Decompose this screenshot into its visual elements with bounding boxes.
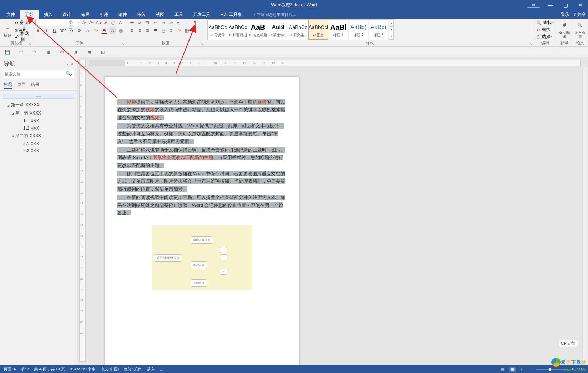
increase-font-icon[interactable]: A▴	[81, 19, 88, 26]
tab-layout[interactable]: 布局	[76, 10, 95, 19]
decrease-font-icon[interactable]: A▾	[88, 19, 95, 26]
embedded-diagram[interactable]: 通用会议纪要模板 会议基本信息 参议议题 其他事项 — — —	[152, 225, 252, 290]
bold-button[interactable]: B	[35, 27, 41, 34]
tab-pdf[interactable]: PDF工具集	[215, 10, 247, 19]
nav-search-input[interactable]	[3, 70, 74, 78]
status-page[interactable]: 页面: 4	[4, 367, 16, 372]
minimize-button[interactable]: —	[543, 0, 558, 10]
paste-button[interactable]: 📋 粘贴	[2, 19, 13, 40]
tree-item[interactable]: 2.1 XXX	[1, 140, 75, 147]
status-lang[interactable]: 中文(中国)	[101, 367, 119, 372]
asian-layout-icon[interactable]: ✕▾	[168, 19, 174, 26]
highlight-icon[interactable]: ✎▾	[93, 27, 99, 34]
tab-view[interactable]: 视图	[151, 10, 169, 19]
status-section[interactable]: 节: 3	[21, 367, 29, 372]
nav-tab-pages[interactable]: 页面	[17, 81, 26, 89]
login-link[interactable]: 登录	[561, 11, 569, 18]
nav-close-icon[interactable]: ✕	[70, 62, 73, 66]
sort-desc-icon[interactable]: ↓	[184, 19, 190, 26]
sort-asc-icon[interactable]: A↓	[176, 19, 182, 26]
shading-icon[interactable]: ◇▾	[176, 27, 182, 34]
clear-format-icon[interactable]: A̷	[103, 19, 109, 26]
numbering-icon[interactable]: ≡▾	[136, 19, 143, 26]
tab-review[interactable]: 审阅	[132, 10, 151, 19]
vertical-ruler[interactable]: 1234567891011121314151617181920212223242…	[79, 69, 86, 362]
paragraph-2[interactable]: 为使您的文档具有专业外观，Word 提供了页眉、页脚、封面和文本框设计，这些设计…	[117, 122, 287, 145]
qat-icon-4[interactable]: ▤	[85, 48, 93, 56]
strike-button[interactable]: abc	[60, 27, 66, 34]
nav-tab-results[interactable]: 结果	[31, 81, 39, 89]
justify-icon[interactable]: ≣	[152, 27, 159, 34]
styles-dialog-launcher[interactable]: ⤡	[529, 42, 532, 46]
enclose-char-icon[interactable]: ㊕	[118, 27, 124, 34]
zoom-out-icon[interactable]: −	[529, 367, 532, 371]
superscript-button[interactable]: x²	[77, 27, 83, 34]
style-item[interactable]: AaBbCc↵ 封面日期	[228, 20, 248, 40]
line-spacing-icon[interactable]: ‡▾	[168, 27, 174, 34]
horizontal-ruler[interactable]: 3211234567891011121314151617	[89, 60, 581, 66]
qat-icon-2[interactable]: ▭	[58, 48, 65, 56]
tree-item[interactable]: ◢第一节 XXXX	[1, 109, 75, 117]
status-page-of[interactable]: 第 4 页，共 13 页	[34, 367, 65, 372]
font-color-icon[interactable]: A▾	[101, 27, 107, 34]
paragraph-1[interactable]: 视频提供了功能强大的方法帮助您证明您的观点。当您单击联机视频时，可以在想要添加的…	[117, 98, 287, 121]
qat-icon-1[interactable]: ▥	[45, 48, 52, 56]
phonetic-icon[interactable]: ㊥	[110, 19, 116, 26]
qat-icon-3[interactable]: ⊞	[72, 48, 79, 56]
tab-mailings[interactable]: 邮件	[113, 10, 132, 19]
replace-button[interactable]: ↔替换	[536, 27, 554, 33]
zoom-slider[interactable]	[536, 369, 568, 370]
style-item[interactable]: AaBl标题 1	[328, 20, 349, 40]
nav-dropdown-icon[interactable]: ▾	[66, 62, 68, 66]
style-scroll-more[interactable]: ⊻	[389, 33, 394, 40]
italic-button[interactable]: I	[43, 27, 50, 34]
paragraph-dialog-launcher[interactable]: ⤡	[201, 42, 204, 46]
style-item[interactable]: AaBb(标题 2	[349, 20, 369, 40]
underline-button[interactable]: U	[52, 27, 58, 34]
align-left-icon[interactable]: ≡	[129, 27, 135, 34]
check-button[interactable]: 🔍 论文查重	[574, 19, 585, 40]
indent-dec-icon[interactable]: ⇤	[152, 19, 159, 26]
tab-developer[interactable]: 开发工具	[188, 10, 215, 19]
indent-inc-icon[interactable]: ⇥	[160, 19, 167, 26]
view-print-icon[interactable]: ▦	[509, 367, 516, 372]
status-insert[interactable]: 插入	[147, 367, 155, 372]
cut-button[interactable]: ✂剪切	[15, 20, 31, 26]
change-case-icon[interactable]: Aa▾	[95, 19, 102, 26]
view-read-icon[interactable]: ▤	[499, 367, 506, 372]
borders-icon[interactable]: ▦▾	[184, 27, 190, 34]
clipboard-dialog-launcher[interactable]: ⤡	[28, 42, 31, 46]
ime-indicator[interactable]: CH ⌕ 简	[559, 340, 578, 347]
show-marks-icon[interactable]: ¶	[192, 19, 198, 26]
cascade-icon[interactable]: ⧉	[527, 3, 540, 8]
style-scroll-down[interactable]: ▾	[389, 27, 394, 33]
paragraph-5[interactable]: 在新的阅读视图中阅读更加容易。可以折叠文档某些部分并关注所需文本。如果在达到结尾…	[117, 194, 287, 216]
qat-icon-5[interactable]: ◱	[99, 48, 106, 56]
multilevel-icon[interactable]: ⊟▾	[144, 19, 151, 26]
document-page[interactable]: 视频提供了功能强大的方法帮助您证明您的观点。当您单击联机视频时，可以在想要添加的…	[105, 77, 299, 365]
distribute-icon[interactable]: ▤	[160, 27, 167, 34]
tree-item[interactable]: 2.2 XXX	[1, 147, 75, 154]
tree-item[interactable]: 1.1 XXX	[1, 117, 75, 125]
nav-collapse-bar[interactable]: ▬▬	[3, 94, 74, 99]
style-item[interactable]: AaB↵ 论文标题	[248, 20, 268, 40]
bullets-icon[interactable]: ≔▾	[129, 19, 135, 26]
paragraph-3[interactable]: 主题和样式也有助于文档保持协调。当您单击设计并选择新的主题时，图片、图表或 Sm…	[117, 146, 287, 169]
status-extra-icon[interactable]: ▢	[160, 367, 163, 372]
tab-insert[interactable]: 插入	[39, 10, 57, 19]
tab-home[interactable]: 开始	[20, 10, 39, 19]
find-button[interactable]: 🔍查找▾	[536, 20, 554, 26]
style-item[interactable]: AaBbCcI↵ 正文	[308, 20, 328, 40]
char-shading-icon[interactable]: A	[109, 27, 116, 34]
search-icon[interactable]: 🔍▾	[66, 71, 73, 76]
style-scroll-up[interactable]: ▴	[389, 20, 394, 27]
tree-item[interactable]: ◢第二节 XXXX	[1, 132, 75, 140]
style-item[interactable]: AaBbCc↵ 分类号	[208, 20, 228, 40]
maximize-button[interactable]: ▢	[558, 0, 573, 10]
style-item[interactable]: AaBbCc↵ 研究生...	[288, 20, 308, 40]
tab-design[interactable]: 设计	[57, 10, 76, 19]
paragraph-4[interactable]: 使用在需要位置出现的新按钮在 Word 中保存时间。若要更改图片适应文档的方式，…	[117, 170, 287, 193]
close-button[interactable]: ✕	[573, 0, 588, 10]
text-effect-icon[interactable]: A▾	[85, 27, 91, 34]
align-right-icon[interactable]: ≡	[144, 27, 151, 34]
